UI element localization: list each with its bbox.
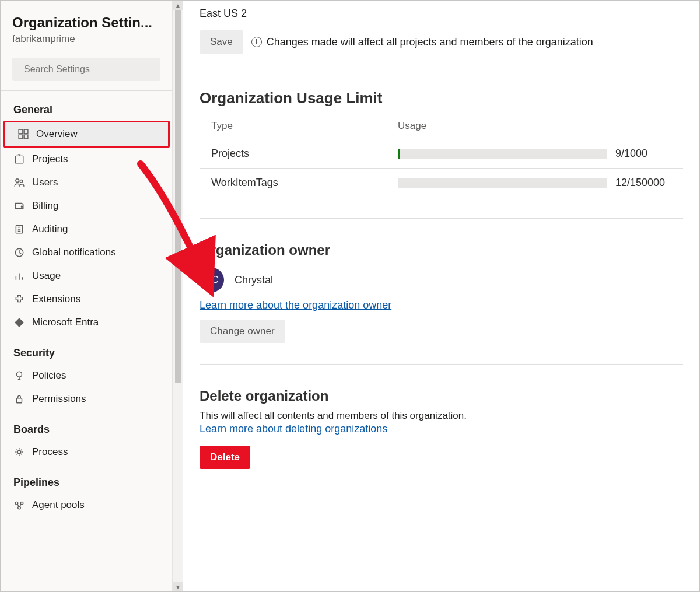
agent-pools-icon bbox=[13, 500, 25, 510]
search-input[interactable] bbox=[23, 64, 155, 75]
usage-value: 9/1000 bbox=[607, 148, 671, 160]
usage-bar bbox=[398, 149, 607, 159]
users-icon bbox=[13, 177, 25, 188]
notifications-icon bbox=[13, 247, 25, 258]
svg-point-24 bbox=[20, 502, 23, 505]
info-text: Changes made will affect all projects an… bbox=[267, 36, 593, 48]
sidebar-item-label: Global notifications bbox=[32, 247, 116, 258]
sidebar-item-label: Auditing bbox=[32, 223, 68, 235]
sidebar-item-global-notifications[interactable]: Global notifications bbox=[1, 241, 172, 264]
sidebar-item-label: Agent pools bbox=[32, 499, 85, 511]
delete-button[interactable]: Delete bbox=[200, 446, 250, 469]
sidebar-item-label: Policies bbox=[32, 370, 66, 381]
sidebar-item-projects[interactable]: Projects bbox=[1, 148, 172, 171]
sidebar-item-permissions[interactable]: Permissions bbox=[1, 387, 172, 411]
process-icon bbox=[13, 447, 25, 457]
sidebar-item-label: Extensions bbox=[32, 293, 80, 305]
usage-row-projects: Projects 9/1000 bbox=[200, 139, 683, 168]
sidebar-item-label: Overview bbox=[36, 128, 78, 140]
col-type: Type bbox=[211, 120, 398, 132]
svg-line-27 bbox=[20, 504, 21, 506]
usage-limit-heading: Organization Usage Limit bbox=[200, 89, 683, 107]
overview-icon bbox=[18, 129, 29, 139]
sidebar-group-pipelines: Pipelines bbox=[1, 464, 172, 493]
svg-point-11 bbox=[21, 206, 22, 207]
scrollbar[interactable]: ▲ ▼ bbox=[173, 1, 183, 591]
sidebar-title: Organization Settin... bbox=[12, 15, 160, 31]
sidebar-item-policies[interactable]: Policies bbox=[1, 364, 172, 387]
projects-icon bbox=[13, 154, 25, 164]
search-settings[interactable] bbox=[12, 58, 160, 81]
svg-rect-2 bbox=[19, 129, 23, 134]
sidebar-item-label: Users bbox=[32, 177, 58, 188]
delete-heading: Delete organization bbox=[200, 388, 683, 404]
sidebar-item-usage[interactable]: Usage bbox=[1, 264, 172, 288]
sidebar-item-label: Microsoft Entra bbox=[32, 317, 99, 328]
sidebar-subtitle: fabrikamprime bbox=[12, 33, 160, 45]
svg-rect-6 bbox=[15, 156, 23, 163]
change-owner-button[interactable]: Change owner bbox=[200, 320, 285, 343]
svg-rect-4 bbox=[19, 135, 23, 139]
usage-icon bbox=[13, 271, 25, 281]
sidebar-item-process[interactable]: Process bbox=[1, 440, 172, 464]
svg-rect-5 bbox=[24, 135, 28, 139]
owner-heading: Organization owner bbox=[200, 242, 683, 258]
entra-icon bbox=[13, 317, 25, 328]
svg-point-23 bbox=[15, 502, 18, 505]
extensions-icon bbox=[13, 294, 25, 304]
permissions-icon bbox=[13, 394, 25, 404]
owner-learn-more-link[interactable]: Learn more about the organization owner bbox=[200, 299, 391, 311]
policies-icon bbox=[13, 370, 25, 381]
sidebar-item-label: Process bbox=[32, 446, 68, 458]
svg-point-10 bbox=[20, 180, 23, 183]
sidebar-item-agent-pools[interactable]: Agent pools bbox=[1, 493, 172, 517]
scroll-up-button[interactable]: ▲ bbox=[173, 1, 183, 10]
usage-table-header: Type Usage bbox=[200, 118, 683, 139]
svg-point-20 bbox=[17, 372, 22, 377]
usage-bar bbox=[398, 178, 607, 188]
sidebar-group-general: General bbox=[1, 91, 172, 121]
usage-row-workitemtags: WorkItemTags 12/150000 bbox=[200, 168, 683, 197]
main-content: East US 2 Save i Changes made will affec… bbox=[183, 1, 699, 591]
auditing-icon bbox=[13, 224, 25, 234]
owner-name: Chrystal bbox=[235, 274, 273, 286]
sidebar-item-extensions[interactable]: Extensions bbox=[1, 288, 172, 311]
sidebar-header: Organization Settin... fabrikamprime bbox=[1, 1, 172, 51]
sidebar-item-auditing[interactable]: Auditing bbox=[1, 218, 172, 241]
svg-point-22 bbox=[18, 450, 21, 454]
usage-value: 12/150000 bbox=[607, 177, 671, 189]
usage-type: Projects bbox=[211, 148, 398, 160]
sidebar-group-security: Security bbox=[1, 334, 172, 364]
svg-line-26 bbox=[18, 504, 19, 506]
info-icon: i bbox=[251, 37, 262, 47]
col-usage: Usage bbox=[398, 120, 426, 132]
scroll-down-button[interactable]: ▼ bbox=[173, 582, 183, 591]
sidebar-item-label: Billing bbox=[32, 200, 58, 212]
owner-row: CC Chrystal bbox=[200, 264, 683, 299]
delete-learn-more-link[interactable]: Learn more about deleting organizations bbox=[200, 423, 387, 435]
usage-type: WorkItemTags bbox=[211, 177, 398, 189]
scroll-thumb[interactable] bbox=[175, 10, 181, 383]
sidebar-item-users[interactable]: Users bbox=[1, 171, 172, 194]
sidebar-item-microsoft-entra[interactable]: Microsoft Entra bbox=[1, 311, 172, 334]
sidebar-group-boards: Boards bbox=[1, 411, 172, 440]
sidebar-item-label: Permissions bbox=[32, 393, 86, 405]
svg-point-25 bbox=[18, 506, 21, 509]
sidebar: Organization Settin... fabrikamprime Gen… bbox=[1, 1, 173, 591]
sidebar-item-billing[interactable]: Billing bbox=[1, 194, 172, 218]
owner-avatar: CC bbox=[200, 268, 224, 292]
billing-icon bbox=[13, 201, 25, 211]
sidebar-item-overview[interactable]: Overview bbox=[5, 122, 168, 146]
info-note: i Changes made will affect all projects … bbox=[251, 36, 593, 48]
sidebar-item-label: Usage bbox=[32, 270, 61, 282]
sidebar-item-label: Projects bbox=[32, 153, 68, 165]
save-button[interactable]: Save bbox=[200, 30, 243, 54]
region-label: East US 2 bbox=[200, 1, 683, 20]
delete-text: This will affect all contents and member… bbox=[200, 410, 683, 422]
svg-rect-21 bbox=[17, 398, 22, 403]
svg-point-9 bbox=[16, 179, 19, 183]
annotation-box-overview: Overview bbox=[3, 121, 170, 148]
svg-rect-3 bbox=[24, 129, 28, 134]
